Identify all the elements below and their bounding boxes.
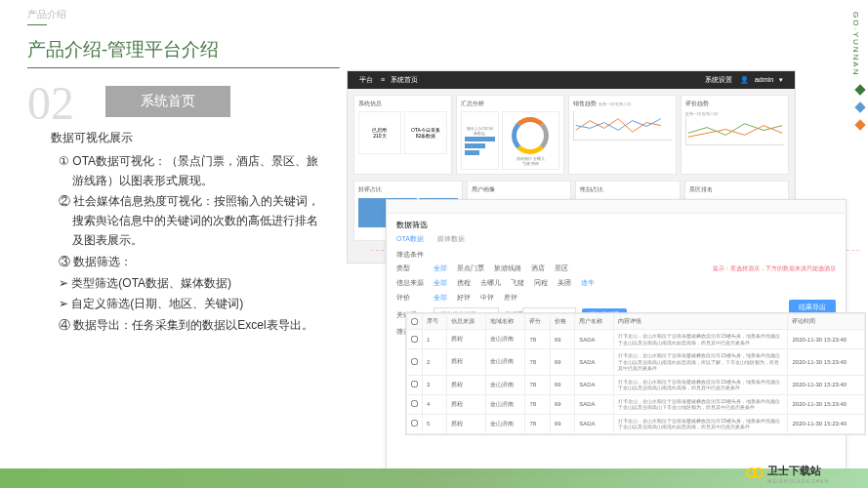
- card-review-trend: 评价趋势 近第一周 近第二周: [681, 95, 789, 175]
- table-header-row: 序号信息来源地域名称评分价格用户名称内容详情评论时间: [407, 314, 865, 330]
- row-checkbox[interactable]: [411, 358, 418, 365]
- footer-wave: [0, 468, 868, 488]
- desc-item-4: ④ 数据导出：任务采集到的数据以Excel表导出。: [59, 316, 322, 336]
- accent-dots: [856, 86, 864, 129]
- results-table: 序号信息来源地域名称评分价格用户名称内容详情评论时间 1携程金山济南7899SA…: [405, 312, 866, 435]
- page-title: 产品介绍-管理平台介绍: [27, 37, 219, 62]
- card-sales-trend: 销售趋势 近第一周 近第二周: [568, 95, 677, 175]
- description-column: 数据可视化展示 ① OTA数据可视化：（景点门票，酒店、景区、旅游线路）以图表形…: [59, 129, 322, 338]
- filter-title: 数据筛选: [396, 220, 836, 230]
- watermark: 卫士下载站WEISHIXIAZAIZHAN: [746, 464, 829, 484]
- brand-vertical: GO·YUNNAN: [851, 12, 860, 76]
- table-row[interactable]: 1携程金山济南7899SADA打卡金山，金山水顺位于云南省楚雄彝族自治市15楼头…: [407, 330, 865, 349]
- desc-item-2: ② 社会媒体信息热度可视化：按照输入的关键词，搜索舆论信息中的关键词的次数的高低…: [59, 192, 322, 250]
- table-row[interactable]: 5携程金山济南7899SADA打卡金山，金山水顺位于云南省楚雄彝族自治市15楼头…: [407, 414, 865, 433]
- section-tab[interactable]: 系统首页: [105, 86, 230, 117]
- rating-options[interactable]: 全部好评中评差评: [434, 293, 527, 303]
- tab-ota[interactable]: OTA数据: [396, 235, 424, 242]
- select-all-checkbox[interactable]: [411, 318, 418, 325]
- breadcrumb: 产品介绍: [27, 8, 66, 21]
- type-options[interactable]: 全部景点门票旅游线路酒店景区: [434, 264, 578, 273]
- desc-item-1: ① OTA数据可视化：（景点门票，酒店、景区、旅游线路）以图表形式展现。: [59, 152, 322, 191]
- row-checkbox[interactable]: [411, 420, 418, 427]
- filter-tabs[interactable]: OTA数据 媒体数据: [396, 234, 836, 244]
- filter-warning: 提示：若选择酒店，下方的数据来源只能选酒店: [713, 264, 836, 273]
- section-number: 02: [27, 76, 74, 130]
- table-row[interactable]: 4携程金山济南7899SADA打卡金山，金山水顺位于云南省楚雄彝族自治市15楼头…: [407, 394, 865, 414]
- desc-item-3: ③ 数据筛选：: [59, 253, 322, 272]
- card-summary: 汇总分析 服务人次23234条数据 携程旅行 去哪儿飞猪 同程: [456, 95, 564, 175]
- desc-heading: 数据可视化展示: [51, 129, 322, 148]
- source-options[interactable]: 全部携程去哪儿飞猪同程美团途牛: [434, 278, 604, 288]
- desc-bullet-2: ➢ 自定义筛选(日期、地区、关键词): [59, 295, 322, 314]
- dash-menu[interactable]: ≡ 系统首页: [381, 75, 422, 85]
- row-checkbox[interactable]: [411, 400, 418, 407]
- dash-logo: 平台: [359, 75, 373, 85]
- dash-settings-link[interactable]: 系统设置: [705, 75, 732, 85]
- table-row[interactable]: 3携程金山济南7899SADA打卡金山，金山水顺位于云南省楚雄彝族自治市15楼头…: [407, 375, 865, 394]
- tab-media[interactable]: 媒体数据: [437, 235, 465, 242]
- user-icon[interactable]: 👤 admin ▾: [740, 76, 783, 84]
- table-row[interactable]: 2携程金山济南7899SADA打卡金山，金山水顺位于云南省楚雄彝族自治市15楼头…: [407, 349, 865, 376]
- row-checkbox[interactable]: [411, 336, 418, 343]
- dashboard-topbar: 平台 ≡ 系统首页 系统设置 👤 admin ▾: [348, 71, 795, 89]
- row-checkbox[interactable]: [411, 381, 418, 387]
- card-system-info: 系统信息 已启用210天 OTA今日采集82条数据: [353, 95, 452, 175]
- desc-bullet-1: ➢ 类型筛选(OTA数据、媒体数据): [59, 274, 322, 294]
- watermark-icon: [746, 468, 764, 481]
